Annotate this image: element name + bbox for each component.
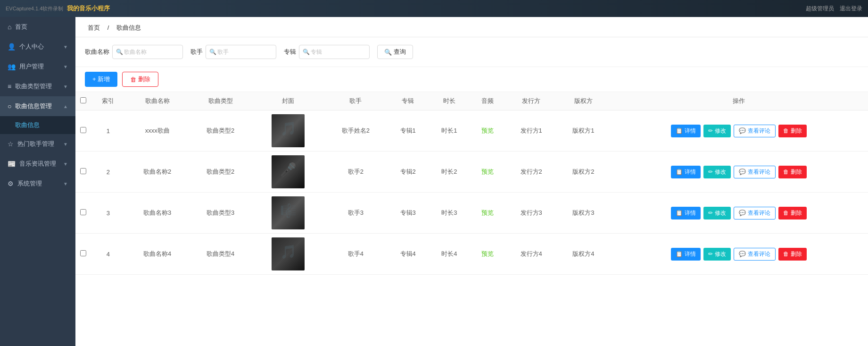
edit-btn-3[interactable]: ✏ 修改	[703, 248, 731, 261]
chevron-down-icon-5: ▼	[63, 142, 68, 147]
sidebar-item-hot-singer-mgmt[interactable]: ☆ 热门歌手管理 ▼	[0, 134, 75, 154]
op-row-1: 📋 详情 ✏ 修改 💬 查看评论 🗑 删除	[613, 165, 864, 179]
comment-btn-3[interactable]: 💬 查看评论	[734, 248, 776, 261]
row-cover-3: 🎵	[252, 234, 324, 275]
edit-btn-0[interactable]: ✏ 修改	[703, 125, 731, 137]
detail-btn-3[interactable]: 📋 详情	[671, 248, 701, 261]
row-song-type-2: 歌曲类型3	[189, 193, 252, 234]
breadcrumb-current: 歌曲信息	[116, 24, 141, 31]
col-copyright: 版权方	[557, 92, 610, 110]
detail-btn-1[interactable]: 📋 详情	[671, 166, 701, 178]
sidebar-item-song-type-mgmt[interactable]: ≡ 歌曲类型管理 ▼	[0, 76, 75, 96]
row-audio-3[interactable]: 预览	[470, 234, 505, 275]
trash-icon-3: 🗑	[783, 251, 789, 257]
row-audio-0[interactable]: 预览	[470, 110, 505, 152]
detail-icon-2: 📋	[676, 210, 683, 216]
gear-icon: ⚙	[8, 180, 14, 187]
breadcrumb: 首页 / 歌曲信息	[75, 17, 868, 37]
sidebar-item-home[interactable]: ⌂ 首页	[0, 17, 75, 37]
row-duration-2: 时长3	[429, 193, 470, 234]
sidebar-item-song-info-mgmt[interactable]: ○ 歌曲信息管理 ▲	[0, 96, 75, 116]
row-ops-1: 📋 详情 ✏ 修改 💬 查看评论 🗑 删除	[610, 152, 868, 193]
search-icon-2: 🔍	[209, 49, 216, 55]
row-song-name-2: 歌曲名称3	[126, 193, 189, 234]
sidebar-item-user-mgmt[interactable]: 👥 用户管理 ▼	[0, 57, 75, 76]
delete-btn-1[interactable]: 🗑 删除	[778, 166, 807, 178]
col-duration: 时长	[429, 92, 470, 110]
svg-text:🎤: 🎤	[280, 162, 297, 177]
comment-btn-0[interactable]: 💬 查看评论	[734, 125, 776, 137]
row-checkbox-3[interactable]	[80, 250, 86, 256]
detail-btn-2[interactable]: 📋 详情	[671, 207, 701, 219]
row-cover-0: 🎵	[252, 110, 324, 152]
album-input-wrap: 🔍	[299, 45, 370, 59]
search-bar: 歌曲名称 🔍 歌手 🔍 专辑 🔍	[75, 37, 868, 67]
song-name-field: 歌曲名称 🔍	[85, 45, 183, 59]
comment-btn-1[interactable]: 💬 查看评论	[734, 166, 776, 178]
comment-icon-1: 💬	[739, 169, 746, 175]
col-singer: 歌手	[324, 92, 388, 110]
sidebar-song-type-label: 歌曲类型管理	[15, 82, 52, 91]
search-button[interactable]: 🔍 查询	[377, 45, 413, 59]
batch-delete-button[interactable]: 🗑 删除	[122, 72, 158, 87]
album-field: 专辑 🔍	[284, 45, 370, 59]
audio-preview-link-0[interactable]: 预览	[481, 127, 494, 134]
search-icon-1: 🔍	[116, 49, 123, 55]
sidebar-item-music-news-mgmt[interactable]: 📰 音乐资讯管理 ▼	[0, 154, 75, 174]
singer-field: 歌手 🔍	[190, 45, 276, 59]
row-duration-0: 时长1	[429, 110, 470, 152]
audio-preview-link-3[interactable]: 预览	[481, 250, 494, 257]
breadcrumb-home[interactable]: 首页	[88, 24, 100, 31]
sidebar-hot-singer-label: 热门歌手管理	[17, 140, 54, 148]
logout-btn[interactable]: 退出登录	[840, 5, 862, 13]
row-copyright-3: 版权方4	[557, 234, 610, 275]
edit-icon-1: ✏	[708, 169, 713, 175]
detail-icon-3: 📋	[676, 251, 683, 257]
person-icon: 👤	[8, 43, 16, 51]
detail-icon-1: 📋	[676, 169, 683, 175]
row-singer-2: 歌手3	[324, 193, 388, 234]
singer-label: 歌手	[190, 48, 203, 56]
delete-btn-3[interactable]: 🗑 删除	[778, 248, 807, 261]
row-checkbox-2[interactable]	[80, 209, 86, 215]
audio-preview-link-2[interactable]: 预览	[481, 209, 494, 216]
sidebar-sub-item-song-info[interactable]: 歌曲信息	[0, 116, 75, 134]
row-cover-1: 🎤	[252, 152, 324, 193]
detail-btn-0[interactable]: 📋 详情	[671, 125, 701, 137]
add-button[interactable]: + 新增	[85, 72, 117, 87]
row-audio-1[interactable]: 预览	[470, 152, 505, 193]
sidebar-music-news-label: 音乐资讯管理	[19, 160, 56, 168]
row-publisher-0: 发行方1	[505, 110, 557, 152]
row-song-name-3: 歌曲名称4	[126, 234, 189, 275]
sidebar-item-system-mgmt[interactable]: ⚙ 系统管理 ▼	[0, 174, 75, 194]
song-name-input-wrap: 🔍	[112, 45, 183, 59]
edit-icon-0: ✏	[708, 127, 713, 134]
cover-image-0: 🎵	[272, 114, 305, 147]
row-checkbox-0[interactable]	[80, 127, 86, 133]
sidebar-item-profile[interactable]: 👤 个人中心 ▼	[0, 37, 75, 57]
chevron-down-icon-2: ▼	[63, 64, 68, 69]
audio-preview-link-1[interactable]: 预览	[481, 168, 494, 175]
svg-text:🎵: 🎵	[280, 244, 297, 260]
row-duration-1: 时长2	[429, 152, 470, 193]
music-type-icon: ≡	[8, 83, 11, 90]
col-cover: 封面	[252, 92, 324, 110]
delete-btn-2[interactable]: 🗑 删除	[778, 207, 807, 219]
delete-btn-0[interactable]: 🗑 删除	[778, 125, 807, 137]
row-index-2: 3	[91, 193, 126, 234]
sidebar: ⌂ 首页 👤 个人中心 ▼ 👥 用户管理 ▼ ≡ 歌曲类型管理 ▼ ○ 歌曲信息…	[0, 17, 75, 346]
row-ops-2: 📋 详情 ✏ 修改 💬 查看评论 🗑 删除	[610, 193, 868, 234]
select-all-checkbox[interactable]	[80, 97, 86, 103]
edit-btn-1[interactable]: ✏ 修改	[703, 166, 731, 178]
row-singer-0: 歌手姓名2	[324, 110, 388, 152]
row-audio-2[interactable]: 预览	[470, 193, 505, 234]
chevron-down-icon-3: ▼	[63, 84, 68, 89]
row-checkbox-1[interactable]	[80, 168, 86, 174]
comment-btn-2[interactable]: 💬 查看评论	[734, 207, 776, 219]
row-copyright-2: 版权方3	[557, 193, 610, 234]
home-icon: ⌂	[8, 23, 11, 31]
table-row: 1 xxxx歌曲 歌曲类型2 🎵 歌手姓名2 专辑1 时长1 预览 发行方1 版…	[75, 110, 868, 152]
row-index-0: 1	[91, 110, 126, 152]
sidebar-system-mgmt-label: 系统管理	[17, 179, 42, 188]
edit-btn-2[interactable]: ✏ 修改	[703, 207, 731, 219]
